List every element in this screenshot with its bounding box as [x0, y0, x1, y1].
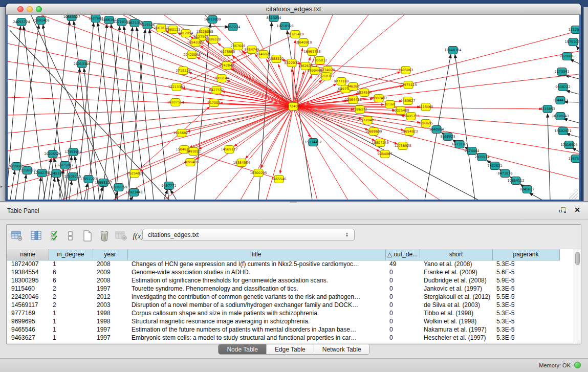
- table-cell[interactable]: 6: [49, 276, 93, 285]
- table-cell[interactable]: Estimation of the future numbers of pati…: [127, 325, 385, 334]
- table-cell[interactable]: Estimation of significance thresholds fo…: [127, 276, 385, 285]
- table-cell[interactable]: 1: [49, 260, 93, 268]
- table-cell[interactable]: 5.3E-5: [492, 334, 559, 342]
- column-header-in_degree[interactable]: in_degree: [49, 249, 93, 260]
- table-cell[interactable]: Dudbridge et al. (2008): [420, 276, 492, 285]
- table-cell[interactable]: 0: [385, 285, 420, 293]
- network-graph[interactable]: 1872400776638228960123891295418226058912…: [8, 15, 579, 200]
- vertical-scrollbar[interactable]: [574, 249, 581, 343]
- tab-network-table[interactable]: Network Table: [314, 344, 369, 354]
- column-header-name[interactable]: name: [7, 249, 49, 260]
- table-cell[interactable]: 5.3E-5: [492, 325, 559, 334]
- table-cell[interactable]: 0: [385, 325, 420, 334]
- table-cell[interactable]: 49: [385, 260, 420, 268]
- table-cell[interactable]: 0: [385, 301, 420, 309]
- table-cell[interactable]: Genome-wide association studies in ADHD.: [127, 268, 385, 276]
- table-cell[interactable]: 18724007: [7, 260, 49, 268]
- tab-node-table[interactable]: Node Table: [219, 344, 267, 354]
- right-collapsed-panel-strip[interactable]: [583, 7, 588, 201]
- table-cell[interactable]: 2008: [93, 276, 127, 285]
- table-cell[interactable]: 9699695: [7, 317, 49, 325]
- table-cell[interactable]: 1997: [93, 334, 127, 342]
- table-cell[interactable]: 2003: [93, 301, 127, 309]
- table-cell[interactable]: 1997: [93, 285, 127, 293]
- table-row[interactable]: 1872400712008Changes of HCN gene express…: [7, 260, 559, 268]
- table-cell[interactable]: 2: [49, 293, 93, 301]
- table-cell[interactable]: 9465546: [7, 325, 49, 334]
- table-cell[interactable]: 22420046: [7, 293, 49, 301]
- table-cell[interactable]: 5.3E-5: [492, 309, 559, 317]
- table-cell[interactable]: 1: [49, 334, 93, 342]
- table-row[interactable]: 946554611997Estimation of the future num…: [7, 325, 559, 334]
- network-canvas[interactable]: 1872400776638228960123891295418226058912…: [8, 15, 579, 200]
- table-cell[interactable]: Changes of HCN gene expression and I(f) …: [127, 260, 385, 268]
- table-cell[interactable]: Investigating the contribution of common…: [127, 293, 385, 301]
- table-cell[interactable]: Wolkin et al. (1998): [420, 317, 492, 325]
- table-cell[interactable]: 5.5E-5: [492, 293, 559, 301]
- table-cell[interactable]: Tourette syndrome. Phenomenology and cla…: [127, 285, 385, 293]
- table-cell[interactable]: 2: [49, 285, 93, 293]
- table-cell[interactable]: Hescheler et al. (1997): [420, 334, 492, 342]
- table-cell[interactable]: Nakamura et al. (1997): [420, 325, 492, 334]
- table-cell[interactable]: 1998: [93, 309, 127, 317]
- new-document-icon[interactable]: [81, 229, 94, 243]
- table-cell[interactable]: 5.9E-5: [492, 276, 559, 285]
- column-header-year[interactable]: year: [93, 249, 127, 260]
- float-panel-icon[interactable]: [559, 207, 567, 214]
- table-cell[interactable]: 5.3E-5: [492, 260, 559, 268]
- column-header-out_de[interactable]: △ out_de...: [385, 249, 420, 260]
- canvas-resize-grip[interactable]: [569, 190, 578, 199]
- table-cell[interactable]: 9115460: [7, 285, 49, 293]
- table-cell[interactable]: 5.6E-5: [492, 268, 559, 276]
- table-cell[interactable]: 2012: [93, 293, 127, 301]
- table-row[interactable]: 911546021997Tourette syndrome. Phenomeno…: [7, 285, 559, 293]
- table-cell[interactable]: 2: [49, 301, 93, 309]
- table-cell[interactable]: 1997: [93, 325, 127, 334]
- column-header-pagerank[interactable]: pagerank: [492, 249, 559, 260]
- table-cell[interactable]: 6: [49, 268, 93, 276]
- table-cell[interactable]: 19384554: [7, 268, 49, 276]
- table-cell[interactable]: 9463627: [7, 334, 49, 342]
- table-row[interactable]: 2242004622012Investigating the contribut…: [7, 293, 559, 301]
- table-cell[interactable]: 1: [49, 317, 93, 325]
- table-cell[interactable]: de Silva et al. (2003): [420, 301, 492, 309]
- table-cell[interactable]: 9777169: [7, 309, 49, 317]
- table-row[interactable]: 969969511998Structural magnetic resonanc…: [7, 317, 559, 325]
- table-row[interactable]: 1830029562008Estimation of significance …: [7, 276, 559, 285]
- table-cell[interactable]: 0: [385, 276, 420, 285]
- checkbox-list-icon[interactable]: [64, 229, 77, 243]
- table-cell[interactable]: Structural magnetic resonance image aver…: [127, 317, 385, 325]
- network-window-titlebar[interactable]: citations_edges.txt: [6, 4, 581, 15]
- table-cell[interactable]: 5.3E-5: [492, 317, 559, 325]
- table-cell[interactable]: 5.3E-5: [492, 301, 559, 309]
- left-collapsed-panel-strip[interactable]: ▸: [0, 7, 6, 201]
- table-row[interactable]: 977716911998Corpus callosum shape and si…: [7, 309, 559, 317]
- column-edit-icon[interactable]: [30, 229, 43, 243]
- table-cell[interactable]: Tibbo et al. (1998): [420, 309, 492, 317]
- table-row[interactable]: 1456911722003Disruption of a novel membe…: [7, 301, 559, 309]
- table-row[interactable]: 946362711997Embryonic stem cells: a mode…: [7, 334, 559, 342]
- table-cell[interactable]: 2009: [93, 268, 127, 276]
- table-cell[interactable]: 1: [49, 309, 93, 317]
- table-cell[interactable]: 2008: [93, 260, 127, 268]
- delete-icon[interactable]: [98, 229, 111, 243]
- table-row[interactable]: 1938455462009Genome-wide association stu…: [7, 268, 559, 276]
- select-rows-icon[interactable]: [49, 229, 62, 243]
- table-cell[interactable]: 0: [385, 317, 420, 325]
- table-cell[interactable]: Franke et al. (2009): [420, 268, 492, 276]
- table-cell[interactable]: Disruption of a novel member of a sodium…: [127, 301, 385, 309]
- memory-status-icon[interactable]: [574, 362, 581, 368]
- table-settings-icon[interactable]: [10, 229, 24, 243]
- table-cell[interactable]: 0: [385, 268, 420, 276]
- close-panel-icon[interactable]: ✕: [574, 206, 580, 214]
- tab-edge-table[interactable]: Edge Table: [267, 344, 314, 354]
- table-cell[interactable]: 0: [385, 334, 420, 342]
- scrollbar-thumb[interactable]: [575, 252, 580, 265]
- panel-expand-marker[interactable]: ▸: [1, 184, 3, 189]
- table-cell[interactable]: Yano et al. (2008): [420, 260, 492, 268]
- table-cell[interactable]: 1: [49, 325, 93, 334]
- table-cell[interactable]: Stergiakouli et al. (2012): [420, 293, 492, 301]
- table-cell[interactable]: 14569117: [7, 301, 49, 309]
- column-header-title[interactable]: title: [127, 249, 385, 260]
- table-cell[interactable]: 18300295: [7, 276, 49, 285]
